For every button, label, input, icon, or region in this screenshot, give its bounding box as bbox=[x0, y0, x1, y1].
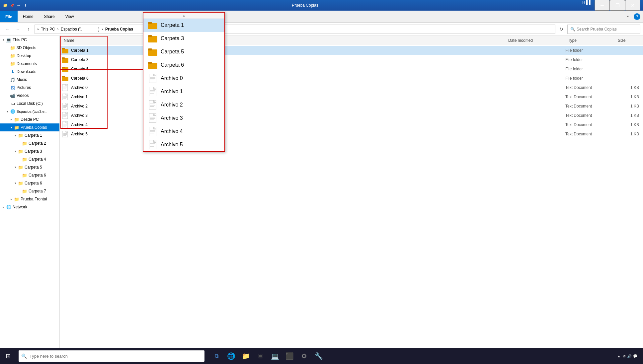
sidebar-item-carpeta5[interactable]: 📁 Carpeta 5 bbox=[0, 163, 59, 171]
popup-folder-icon-carpeta5 bbox=[147, 46, 158, 57]
taskbar-search[interactable]: 🔍 bbox=[19, 350, 204, 362]
filename-archivo0: Archivo 0 bbox=[71, 85, 506, 90]
system-icon[interactable]: 🔧 bbox=[312, 348, 325, 364]
settings-icon[interactable]: ⚙ bbox=[297, 348, 311, 364]
taskbar-search-input[interactable] bbox=[30, 354, 202, 359]
up-button[interactable]: ↑ bbox=[24, 25, 33, 34]
expand-arrow-music bbox=[5, 78, 9, 82]
svg-rect-28 bbox=[62, 131, 68, 137]
sidebar-item-downloads[interactable]: ⬇ Downloads bbox=[0, 68, 59, 76]
expand-arrow-carpeta6-sub bbox=[17, 173, 21, 177]
sidebar-item-carpeta6[interactable]: 📁 Carpeta 6 bbox=[0, 179, 59, 187]
sidebar-item-3d-objects[interactable]: 📁 3D Objects bbox=[0, 44, 59, 52]
terminal-icon[interactable]: 🖥 bbox=[254, 348, 267, 364]
forward-button[interactable]: → bbox=[13, 25, 23, 34]
sidebar-label-desktop: Desktop bbox=[17, 53, 31, 58]
svg-rect-5 bbox=[62, 67, 65, 68]
powershell-icon[interactable]: 💻 bbox=[268, 348, 281, 364]
popup-item-archivo4[interactable]: Archivo 4 bbox=[143, 125, 224, 138]
popup-item-archivo3[interactable]: Archivo 3 bbox=[143, 111, 224, 125]
start-button[interactable]: ⊞ bbox=[0, 348, 16, 364]
edge-icon[interactable]: 🌐 bbox=[224, 348, 238, 364]
sidebar-item-carpeta7[interactable]: 📁 Carpeta 7 bbox=[0, 187, 59, 195]
popup-item-archivo5[interactable]: Archivo 5 bbox=[143, 138, 224, 151]
expand-arrow-network bbox=[1, 205, 5, 209]
filename-archivo4: Archivo 4 bbox=[71, 122, 506, 127]
svg-rect-33 bbox=[148, 22, 152, 24]
sidebar-label-prueba-copias: Prueba Copias bbox=[21, 125, 47, 130]
expand-ribbon-button[interactable]: ▾ bbox=[623, 12, 632, 21]
sidebar-item-this-pc[interactable]: 💻 This PC bbox=[0, 36, 59, 44]
popup-scroll-up[interactable]: ▲ bbox=[143, 13, 224, 19]
popup-item-archivo1[interactable]: Archivo 1 bbox=[143, 85, 224, 98]
sidebar-item-espacios[interactable]: 🌐 Espacios (\\cs3.e... bbox=[0, 108, 59, 115]
svg-rect-2 bbox=[62, 58, 68, 63]
folder-icon-carpeta1: 📁 bbox=[18, 133, 23, 138]
notification-icon[interactable]: 💬 bbox=[633, 354, 638, 358]
popup-item-carpeta5[interactable]: Carpeta 5 bbox=[143, 45, 224, 58]
expand-arrow-videos bbox=[5, 94, 9, 98]
cmd-icon[interactable]: ⬛ bbox=[283, 348, 296, 364]
popup-folder-icon-carpeta6 bbox=[147, 60, 158, 70]
filetype-archivo1: Text Document bbox=[565, 95, 615, 99]
col-header-date[interactable]: Date modified bbox=[506, 38, 565, 43]
sidebar-item-carpeta4[interactable]: 📁 Carpeta 4 bbox=[0, 155, 59, 163]
svg-rect-24 bbox=[62, 121, 68, 128]
popup-item-carpeta6[interactable]: Carpeta 6 bbox=[143, 58, 224, 72]
folder-icon-carpeta2: 📁 bbox=[22, 141, 27, 146]
taskbar-search-icon: 🔍 bbox=[21, 353, 27, 359]
expand-arrow-carpeta3 bbox=[13, 149, 17, 153]
tab-view[interactable]: View bbox=[60, 11, 79, 22]
folder-icon-pictures: 🖼 bbox=[10, 85, 15, 90]
back-button[interactable]: ← bbox=[3, 25, 12, 34]
sidebar-item-pictures[interactable]: 🖼 Pictures bbox=[0, 84, 59, 92]
sidebar-item-videos[interactable]: 📹 Videos bbox=[0, 92, 59, 100]
sidebar-item-music[interactable]: 🎵 Music bbox=[0, 76, 59, 84]
popup-item-carpeta1[interactable]: Carpeta 1 bbox=[143, 19, 224, 32]
title-bar-icons: 📁 📌 ↩ ⬇ bbox=[3, 3, 28, 8]
close-button[interactable]: ✕ bbox=[625, 0, 640, 11]
refresh-button[interactable]: ↻ bbox=[557, 25, 566, 34]
sidebar-item-desde-pc[interactable]: 📁 Desde PC bbox=[0, 115, 59, 123]
filename-archivo3: Archivo 3 bbox=[71, 113, 506, 118]
sidebar-item-documents[interactable]: 📁 Documents bbox=[0, 60, 59, 68]
file-explorer-taskbar-icon[interactable]: 📁 bbox=[239, 348, 252, 364]
disk-icon: 🖴 bbox=[10, 101, 15, 106]
address-bar[interactable]: ▸ This PC › Espacios (\\ ) › Prueba Copi… bbox=[35, 25, 555, 34]
popup-item-carpeta3[interactable]: Carpeta 3 bbox=[143, 32, 224, 45]
help-button[interactable]: ? bbox=[634, 13, 640, 20]
sidebar-item-desktop[interactable]: 📁 Desktop bbox=[0, 52, 59, 60]
task-view-button[interactable]: ⧉ bbox=[210, 348, 223, 364]
folder-icon-desde-pc: 📁 bbox=[14, 117, 19, 122]
sidebar-item-carpeta1[interactable]: 📁 Carpeta 1 bbox=[0, 131, 59, 139]
popup-label-carpeta5: Carpeta 5 bbox=[161, 49, 184, 55]
expand-arrow-pictures bbox=[5, 86, 9, 90]
col-header-type[interactable]: Type bbox=[565, 38, 615, 43]
col-header-size[interactable]: Size bbox=[615, 38, 642, 43]
tray-up-arrow[interactable]: ▲ bbox=[617, 354, 621, 358]
popup-label-archivo4: Archivo 4 bbox=[161, 128, 183, 134]
sidebar-item-local-disk[interactable]: 🖴 Local Disk (C:) bbox=[0, 100, 59, 108]
sidebar-item-prueba-copias[interactable]: 📁 Prueba Copias bbox=[0, 123, 59, 131]
sidebar-label-carpeta6-sub: Carpeta 6 bbox=[29, 173, 46, 178]
expand-arrow-carpeta7 bbox=[17, 189, 21, 193]
search-input[interactable] bbox=[577, 27, 637, 32]
sidebar-item-network[interactable]: 🌐 Network bbox=[0, 203, 59, 211]
tab-home[interactable]: Home bbox=[18, 11, 39, 22]
minimize-button[interactable]: ─ bbox=[595, 0, 610, 11]
restore-button[interactable]: ❐ bbox=[610, 0, 625, 11]
folder-icon-music: 🎵 bbox=[10, 77, 15, 82]
volume-icon[interactable]: 🔊 bbox=[627, 354, 632, 358]
sidebar-item-carpeta2[interactable]: 📁 Carpeta 2 bbox=[0, 139, 59, 147]
col-header-name[interactable]: Name bbox=[61, 38, 506, 43]
sidebar-item-carpeta3[interactable]: 📁 Carpeta 3 bbox=[0, 147, 59, 155]
tab-file[interactable]: File bbox=[0, 11, 18, 22]
sidebar-item-prueba-frontal[interactable]: 📁 Prueba Frontal bbox=[0, 195, 59, 203]
tab-share[interactable]: Share bbox=[39, 11, 60, 22]
popup-item-archivo2[interactable]: Archivo 2 bbox=[143, 98, 224, 111]
svg-rect-4 bbox=[62, 67, 68, 72]
sidebar-item-carpeta6-sub[interactable]: 📁 Carpeta 6 bbox=[0, 171, 59, 179]
filetype-archivo0: Text Document bbox=[565, 85, 615, 90]
popup-item-archivo0[interactable]: Archivo 0 bbox=[143, 72, 224, 85]
sidebar-label-downloads: Downloads bbox=[17, 69, 36, 74]
